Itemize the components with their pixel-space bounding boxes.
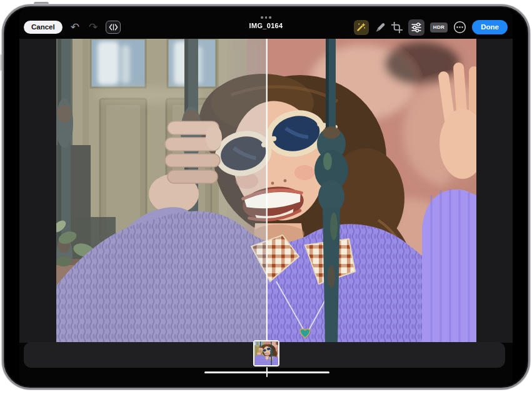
- multitasking-indicator-icon[interactable]: [261, 16, 271, 19]
- edit-toolbar: Cancel ↶ ↷ IMG_0164: [19, 8, 513, 39]
- markup-pen-icon[interactable]: [374, 22, 386, 33]
- crop-icon[interactable]: [391, 22, 403, 33]
- photo-title: IMG_0164: [249, 22, 283, 29]
- redo-icon[interactable]: ↷: [88, 22, 99, 33]
- photo-thumbnail[interactable]: [253, 340, 279, 366]
- comparison-divider-handle[interactable]: [266, 39, 271, 343]
- more-ellipsis-icon[interactable]: [453, 21, 466, 34]
- toolbar-left-group: Cancel ↶ ↷: [24, 21, 121, 34]
- screenshot-stage: Cancel ↶ ↷ IMG_0164: [0, 0, 532, 394]
- auto-enhance-wand-icon[interactable]: [354, 20, 369, 35]
- hdr-badge[interactable]: HDR: [430, 23, 448, 33]
- undo-icon[interactable]: ↶: [69, 22, 81, 33]
- comparison-scrubber-tick[interactable]: [266, 367, 268, 377]
- ipad-screen: Cancel ↶ ↷ IMG_0164: [19, 8, 513, 386]
- compare-split-icon[interactable]: [106, 21, 121, 34]
- toolbar-center-group: IMG_0164: [249, 8, 283, 29]
- adjust-sliders-icon[interactable]: [408, 19, 424, 36]
- done-button[interactable]: Done: [472, 20, 508, 35]
- cancel-button[interactable]: Cancel: [24, 21, 63, 34]
- toolbar-right-group: HDR Done: [354, 19, 508, 36]
